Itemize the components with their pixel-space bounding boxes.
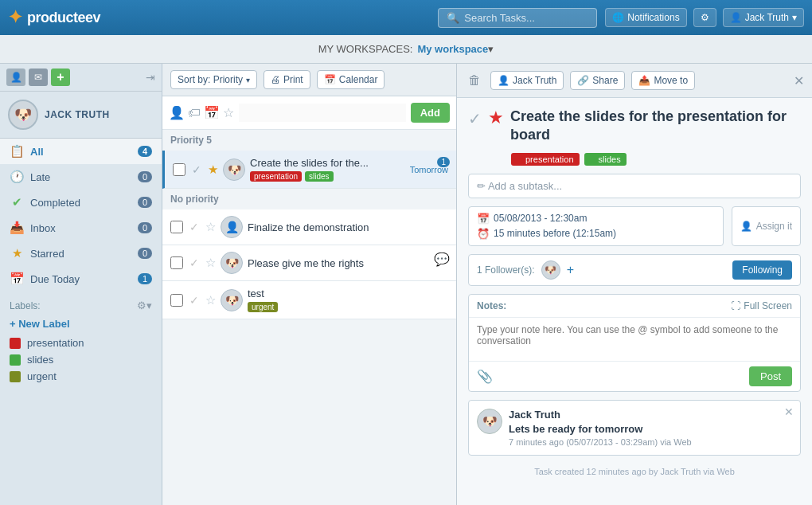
attach-icon[interactable]: 📎 <box>477 369 493 384</box>
task-checkbox[interactable] <box>170 221 183 233</box>
new-label-label: + New Label <box>10 318 70 330</box>
following-button[interactable]: Following <box>732 260 792 280</box>
notes-label: Notes: <box>477 300 506 311</box>
task-label-presentation: presentation <box>250 171 302 182</box>
assign-button[interactable]: 👤 Assign it <box>732 206 801 246</box>
fullscreen-button[interactable]: ⛶ Full Screen <box>731 300 792 311</box>
jack-truth-button[interactable]: 👤 Jack Truth <box>490 71 564 90</box>
task-star-detail-icon[interactable]: ★ <box>488 108 504 128</box>
label-presentation-name: presentation <box>27 337 84 349</box>
task-star-icon[interactable]: ☆ <box>205 256 216 270</box>
new-label-button[interactable]: + New Label <box>10 318 152 330</box>
task-labels: presentation slides <box>250 171 405 182</box>
add-icon[interactable]: + <box>51 69 70 86</box>
task-label-row: presentation slides <box>511 153 801 166</box>
user-menu-button[interactable]: 👤 Jack Truth ▾ <box>723 8 804 27</box>
sidebar-item-completed[interactable]: ✔ Completed 0 <box>0 190 162 215</box>
calendar-button[interactable]: 📅 Calendar <box>317 70 385 89</box>
task-checkbox[interactable] <box>173 163 185 176</box>
sort-button[interactable]: Sort by: Priority ▾ <box>170 70 257 89</box>
comment-body: Jack Truth Lets be ready for tomorrow 7 … <box>509 409 792 447</box>
sidebar-item-due-today-label: Due Today <box>30 273 80 285</box>
share-button[interactable]: 🔗 Share <box>570 71 625 90</box>
assign-icon: 👤 <box>169 105 185 120</box>
completed-icon: ✔ <box>10 195 24 209</box>
label-slides-name: slides <box>27 354 53 366</box>
sidebar-item-all[interactable]: 📋 All 4 <box>0 139 162 164</box>
user-name: JACK TRUTH <box>45 109 110 120</box>
print-button[interactable]: 🖨 Print <box>264 70 310 89</box>
avatar-icon[interactable]: 👤 <box>6 69 25 86</box>
comment-text: Lets be ready for tomorrow <box>509 423 792 435</box>
settings-button[interactable]: ⚙ <box>693 8 716 27</box>
comment-icon: 💬 <box>434 252 450 267</box>
labels-gear-icon[interactable]: ⚙▾ <box>137 299 152 311</box>
task-check-icon[interactable]: ✓ <box>188 256 201 269</box>
trash-button[interactable]: 🗑 <box>465 70 484 91</box>
label-urgent[interactable]: urgent <box>10 368 152 385</box>
app-logo[interactable]: ✦ producteev <box>8 7 430 28</box>
chevron-down-icon: ▾ <box>792 12 797 23</box>
share-label: Share <box>592 75 618 86</box>
sidebar-item-due-today[interactable]: 📅 Due Today 1 <box>0 266 162 292</box>
task-toolbar: Sort by: Priority ▾ 🖨 Print 📅 Calendar <box>162 64 456 96</box>
task-check-icon[interactable]: ✓ <box>188 221 201 233</box>
task-row[interactable]: ✓ ☆ 👤 Finalize the demonstration <box>162 209 456 245</box>
task-check-icon[interactable]: ✓ <box>190 163 203 176</box>
user-icon: 👤 <box>498 75 509 86</box>
task-content: test urgent <box>248 288 448 312</box>
tag-icon: 🏷 <box>188 106 201 120</box>
task-check-icon[interactable]: ✓ <box>188 294 201 307</box>
complete-task-icon[interactable]: ✓ <box>468 109 482 128</box>
collapse-icon[interactable]: ⇥ <box>146 71 155 84</box>
due-today-badge: 1 <box>138 273 152 284</box>
add-follower-button[interactable]: + <box>567 263 574 277</box>
header: ✦ producteev 🔍 Search Tasks... 🌐 Notific… <box>0 0 812 35</box>
search-bar[interactable]: 🔍 Search Tasks... <box>438 8 597 28</box>
new-task-icons: 👤 🏷 📅 ☆ <box>169 105 234 120</box>
task-checkbox[interactable] <box>170 256 183 269</box>
close-button[interactable]: ✕ <box>794 73 804 88</box>
notes-header: Notes: ⛶ Full Screen <box>469 295 800 318</box>
print-icon: 🖨 <box>271 74 280 85</box>
sort-caret-icon: ▾ <box>246 76 250 84</box>
task-checkbox[interactable] <box>170 294 183 307</box>
detail-label-slides[interactable]: slides <box>584 153 627 166</box>
notes-input[interactable] <box>469 318 800 358</box>
sidebar-item-starred-label: Starred <box>30 248 64 260</box>
task-row[interactable]: ✓ ★ 🐶 Create the slides for the... prese… <box>162 151 456 189</box>
date-box[interactable]: 📅 05/08/2013 - 12:30am ⏰ 15 minutes befo… <box>468 206 724 246</box>
sidebar-item-starred[interactable]: ★ Starred 0 <box>0 241 162 266</box>
follower-avatar: 🐶 <box>541 260 560 280</box>
detail-label-presentation[interactable]: presentation <box>511 153 580 166</box>
task-row[interactable]: ✓ ☆ 🐶 test urgent <box>162 281 456 319</box>
task-star-icon[interactable]: ☆ <box>205 220 216 234</box>
task-star-icon[interactable]: ☆ <box>205 293 216 307</box>
starred-badge: 0 <box>138 248 152 259</box>
task-star-icon[interactable]: ★ <box>208 162 218 177</box>
label-urgent-name: urgent <box>27 370 57 382</box>
label-slides[interactable]: slides <box>10 351 152 368</box>
workspace-name[interactable]: My workspace <box>417 43 488 55</box>
comment-close-button[interactable]: ✕ <box>784 405 794 418</box>
move-to-button[interactable]: 📤 Move to <box>631 71 695 90</box>
new-task-input[interactable] <box>239 104 406 122</box>
presentation-dot <box>10 338 21 349</box>
subtask-input[interactable]: ✏ Add a subtask... <box>468 174 801 198</box>
star-empty-icon: ☆ <box>223 105 234 120</box>
notifications-button[interactable]: 🌐 Notifications <box>605 8 686 27</box>
post-button[interactable]: Post <box>749 366 792 386</box>
workspace-caret-icon[interactable]: ▾ <box>488 43 494 55</box>
task-created: Task created 12 minutes ago by Jack Trut… <box>468 464 801 480</box>
notes-section: Notes: ⛶ Full Screen 📎 Post <box>468 294 801 392</box>
inbox-icon: 📥 <box>10 221 24 235</box>
add-task-button[interactable]: Add <box>411 103 450 123</box>
label-presentation[interactable]: presentation <box>10 335 152 351</box>
sidebar-item-late[interactable]: 🕐 Late 0 <box>0 164 162 190</box>
sidebar-item-inbox[interactable]: 📥 Inbox 0 <box>0 215 162 241</box>
late-icon: 🕐 <box>10 170 24 184</box>
detail-content: ✓ ★ Create the slides for the presentati… <box>457 98 812 505</box>
mail-icon[interactable]: ✉ <box>29 69 48 86</box>
task-row[interactable]: ✓ ☆ 🐶 Please give me the rights 💬 <box>162 245 456 281</box>
task-labels: urgent <box>248 302 448 312</box>
